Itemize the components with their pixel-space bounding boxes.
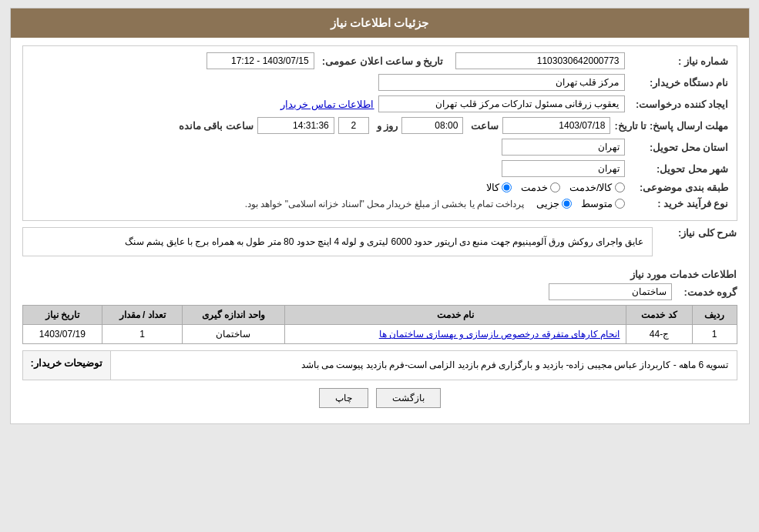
notes-section: تسویه 6 ماهه - کاربرداز عباس مجیبی زاده-… [22,350,737,380]
page-title: جزئیات اطلاعات نیاز [331,16,428,29]
services-section: اطلاعات خدمات مورد نیاز گروه خدمت: ردیف … [22,269,737,344]
deadline-row: مهلت ارسال پاسخ: تا تاریخ: ساعت روز و سا… [31,117,729,134]
province-label: استان محل تحویل: [629,142,729,153]
purchase-type-label: نوع فرآیند خرید : [629,198,729,209]
deadline-countdown-label: ساعت باقی مانده [179,120,254,132]
col-header-date: تاریخ نیاز [22,306,102,325]
province-row: استان محل تحویل: [31,139,729,156]
page-header: جزئیات اطلاعات نیاز [11,8,749,38]
deadline-time-label: ساعت [471,120,499,132]
cell-unit: ساختمان [182,325,284,344]
notes-content: تسویه 6 ماهه - کاربرداز عباس مجیبی زاده-… [301,360,729,370]
description-section: شرح کلی نیاز: عایق واجرای روکش ورق آلومی… [22,227,737,263]
services-header: اطلاعات خدمات مورد نیاز [22,269,737,280]
category-label-kala: کالا [486,182,499,193]
org-row: نام دستگاه خریدار: [31,74,729,91]
notes-label: توضیحات خریدار: [23,351,112,379]
purchase-radio-jozi[interactable] [562,199,572,209]
date-input[interactable] [207,52,314,69]
col-header-service-name: نام خدمت [284,306,626,325]
table-row: 1 ج-44 انجام کارهای متفرقه درخصوص بازساز… [22,325,737,344]
city-label: شهر محل تحویل: [629,163,729,175]
deadline-days-label: روز و [377,120,398,132]
col-header-service-code: کد خدمت [626,306,692,325]
deadline-days-input[interactable] [338,117,369,134]
city-row: شهر محل تحویل: [31,160,729,177]
org-label: نام دستگاه خریدار: [629,77,729,89]
services-title: اطلاعات خدمات مورد نیاز [630,269,737,280]
deadline-countdown-input[interactable] [257,117,334,134]
creator-row: ایجاد کننده درخواست: اطلاعات تماس خریدار [31,95,729,112]
category-label-khedmat: خدمت [521,182,548,193]
category-label-kala-khedmat: کالا/خدمت [569,182,613,193]
deadline-label: مهلت ارسال پاسخ: تا تاریخ: [614,120,728,132]
notes-label-text: توضیحات خریدار: [31,357,103,369]
order-date-row: شماره نیاز : تاریخ و ساعت اعلان عمومی: [31,52,729,69]
order-number-input[interactable] [455,52,625,69]
cell-service-name: انجام کارهای متفرقه درخصوص بازسازی و بهس… [284,325,626,344]
purchase-type-row: نوع فرآیند خرید : متوسط جزیی پرداخت تمام… [31,198,729,209]
services-group-label: گروه خدمت: [676,286,737,298]
main-container: جزئیات اطلاعات نیاز شماره نیاز : تاریخ و… [10,8,750,424]
services-group-input[interactable] [549,283,672,300]
creator-label: ایجاد کننده درخواست: [629,99,729,110]
services-table: ردیف کد خدمت نام خدمت واحد اندازه گیری ت… [22,305,737,344]
purchase-note: پرداخت تمام یا بخشی از مبلغ خریدار محل "… [245,199,525,209]
back-button[interactable]: بازگشت [376,388,441,408]
category-option-kala[interactable]: کالا [486,182,512,193]
category-radio-group: کالا/خدمت خدمت کالا [486,182,625,193]
info-section: شماره نیاز : تاریخ و ساعت اعلان عمومی: ن… [22,45,737,221]
description-label: شرح کلی نیاز: [660,227,737,239]
description-box: عایق واجرای روکش ورق آلومینیوم جهت منبع … [22,227,653,256]
cell-service-code: ج-44 [626,325,692,344]
print-button[interactable]: چاپ [319,388,368,408]
content-area: شماره نیاز : تاریخ و ساعت اعلان عمومی: ن… [11,38,749,423]
deadline-time-input[interactable] [401,117,463,134]
purchase-label-motevaset: متوسط [581,198,613,209]
category-option-khedmat[interactable]: خدمت [521,182,560,193]
col-header-quantity: تعداد / مقدار [102,306,183,325]
category-radio-kala[interactable] [502,182,512,192]
date-label: تاریخ و ساعت اعلان عمومی: [322,55,444,67]
org-input[interactable] [378,74,625,91]
purchase-label-jozi: جزیی [536,198,559,209]
col-header-row-num: ردیف [692,306,737,325]
creator-link[interactable]: اطلاعات تماس خریدار [280,99,374,110]
order-number-label: شماره نیاز : [629,55,729,67]
category-radio-kala-khedmat[interactable] [615,182,625,192]
category-option-kala-khedmat[interactable]: کالا/خدمت [569,182,625,193]
category-label: طبقه بندی موضوعی: [629,182,729,193]
category-radio-khedmat[interactable] [550,182,560,192]
purchase-radio-motevaset[interactable] [615,199,625,209]
creator-input[interactable] [378,95,625,112]
services-group-row: گروه خدمت: [22,283,737,300]
action-buttons: بازگشت چاپ [22,388,737,408]
cell-row-num: 1 [692,325,737,344]
cell-date: 1403/07/19 [22,325,102,344]
city-input[interactable] [502,160,625,177]
col-header-unit: واحد اندازه گیری [182,306,284,325]
description-text: عایق واجرای روکش ورق آلومینیوم جهت منبع … [31,234,644,249]
purchase-option-motevaset[interactable]: متوسط [581,198,625,209]
category-row: طبقه بندی موضوعی: کالا/خدمت خدمت کالا [31,182,729,193]
purchase-radio-group: متوسط جزیی [536,198,625,209]
purchase-option-jozi[interactable]: جزیی [536,198,572,209]
deadline-date-input[interactable] [502,117,610,134]
service-name-link[interactable]: انجام کارهای متفرقه درخصوص بازسازی و بهس… [379,329,620,340]
province-input[interactable] [502,139,625,156]
cell-quantity: 1 [102,325,183,344]
notes-text: تسویه 6 ماهه - کاربرداز عباس مجیبی زاده-… [111,351,736,379]
